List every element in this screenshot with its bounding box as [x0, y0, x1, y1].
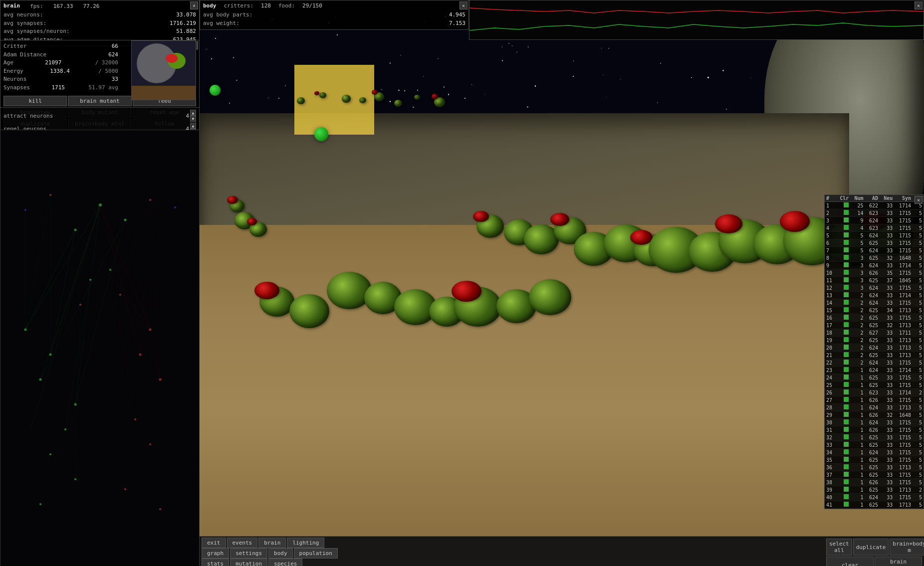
attract-neurons-up[interactable]: ▲ [190, 110, 196, 116]
leaderboard-row[interactable]: 15 2 625 34 1713 5 [825, 307, 924, 314]
critter[interactable] [394, 100, 402, 107]
color-cell [836, 471, 850, 479]
leaderboard-row[interactable]: 13 2 624 33 1714 5 [825, 292, 924, 299]
leaderboard-row[interactable]: 28 1 624 33 1713 5 [825, 404, 924, 411]
leaderboard-row[interactable]: 31 1 626 33 1715 5 [825, 426, 924, 434]
body-button[interactable]: body [268, 548, 293, 559]
leaderboard-row[interactable]: 39 1 625 33 1713 2 [825, 486, 924, 494]
attract-neurons-down[interactable]: ▼ [190, 116, 196, 122]
leaderboard-row[interactable]: 22 2 624 33 1715 5 [825, 359, 924, 367]
leaderboard-row[interactable]: 30 1 624 33 1715 5 [825, 419, 924, 426]
leaderboard-row[interactable]: 8 3 625 32 1648 5 [825, 254, 924, 262]
settings-button[interactable]: settings [230, 548, 267, 559]
leaderboard-row[interactable]: 38 1 626 33 1715 5 [825, 479, 924, 486]
critter[interactable] [342, 95, 351, 103]
star [423, 76, 424, 77]
ad-cell: 625 [865, 434, 880, 441]
leaderboard-row[interactable]: 36 1 625 33 1713 5 [825, 464, 924, 471]
close-graph-panel[interactable]: × [915, 1, 923, 9]
color-cell [836, 202, 850, 209]
attract-neurons-spinner[interactable]: 4 ▲ ▼ [186, 110, 196, 122]
leaderboard-row[interactable]: 35 1 625 33 1715 5 [825, 456, 924, 464]
clear-button[interactable]: clear [826, 557, 874, 566]
close-body-panel[interactable]: × [460, 1, 467, 9]
stats-button[interactable]: stats [202, 559, 229, 566]
leaderboard-row[interactable]: 29 1 626 32 1648 5 [825, 411, 924, 419]
leaderboard-row[interactable]: 3 9 624 33 1715 5 [825, 217, 924, 224]
leaderboard-row[interactable]: 18 2 627 33 1711 5 [825, 329, 924, 337]
num-cell: 1 [850, 434, 865, 441]
brain-button[interactable]: brain [258, 538, 286, 548]
leaderboard-row[interactable]: 6 5 625 33 1715 5 [825, 239, 924, 247]
energy-value: 1338.4 [50, 67, 70, 76]
leaderboard-table: # Clr Num AD Neu Syn Bp 1 25 622 33 1714… [825, 195, 924, 509]
mutation-button[interactable]: mutation [230, 559, 267, 566]
food-value: 29/150 [302, 2, 322, 10]
leaderboard-row[interactable]: 1 25 622 33 1714 5 [825, 202, 924, 209]
leaderboard-row[interactable]: 40 1 624 33 1715 5 [825, 494, 924, 501]
duplicate-all-button[interactable]: duplicate [853, 539, 889, 556]
lighting-button[interactable]: lighting [287, 538, 324, 548]
repel-neurons-up[interactable]: ▲ [190, 123, 196, 129]
leaderboard-row[interactable]: 26 1 623 33 1714 2 [825, 389, 924, 396]
brain-mutants-button[interactable]: brain mutants [875, 557, 922, 566]
critter[interactable] [319, 92, 326, 98]
syn-cell: 1713 [894, 337, 913, 344]
leaderboard-row[interactable]: 9 3 624 33 1714 5 [825, 262, 924, 269]
star [573, 76, 574, 77]
leaderboard-row[interactable]: 14 2 624 33 1715 5 [825, 299, 924, 307]
bp-cell: 5 [913, 277, 924, 284]
leaderboard-row[interactable]: 4 4 623 33 1715 5 [825, 224, 924, 232]
neu-cell: 33 [880, 224, 894, 232]
num-cell: 3 [850, 254, 865, 262]
leaderboard-row[interactable]: 17 2 625 32 1713 5 [825, 322, 924, 329]
leaderboard-row[interactable]: 23 1 624 33 1714 5 [825, 367, 924, 374]
bp-cell: 5 [913, 426, 924, 434]
leaderboard-row[interactable]: 33 1 625 33 1715 5 [825, 441, 924, 449]
leaderboard-row[interactable]: 10 3 626 35 1715 5 [825, 269, 924, 277]
critter[interactable] [359, 97, 366, 103]
3d-viewport[interactable] [200, 0, 924, 566]
leaderboard-row[interactable]: 34 1 624 33 1715 5 [825, 449, 924, 456]
syn-cell: 1715 [894, 426, 913, 434]
leaderboard-row[interactable]: 21 2 625 33 1713 5 [825, 352, 924, 359]
exit-button[interactable]: exit [202, 538, 226, 548]
leaderboard-row[interactable]: 16 2 625 33 1715 5 [825, 314, 924, 322]
critter[interactable] [529, 279, 571, 315]
leaderboard-row[interactable]: 12 3 624 33 1715 5 [825, 284, 924, 292]
brain-visualization-panel [0, 130, 200, 566]
select-all-button[interactable]: select all [826, 539, 852, 556]
critter[interactable] [289, 294, 329, 328]
leaderboard-row[interactable]: 2 14 623 33 1715 5 [825, 209, 924, 217]
ad-cell: 625 [865, 352, 880, 359]
neu-cell: 33 [880, 314, 894, 322]
leaderboard-row[interactable]: 11 3 625 37 1845 5 [825, 277, 924, 284]
species-button[interactable]: species [268, 559, 302, 566]
leaderboard-row[interactable]: 25 1 625 33 1715 5 [825, 381, 924, 389]
close-brain-panel[interactable]: × [190, 1, 198, 9]
population-button[interactable]: population [294, 548, 338, 559]
close-leaderboard[interactable]: × [915, 196, 923, 204]
color-cell [836, 434, 850, 441]
leaderboard-row[interactable]: 19 2 625 33 1713 5 [825, 337, 924, 344]
leaderboard-row[interactable]: 32 1 625 33 1715 5 [825, 434, 924, 441]
leaderboard-row[interactable]: 37 1 625 33 1715 5 [825, 471, 924, 479]
syn-cell: 1648 [894, 254, 913, 262]
leaderboard-row[interactable]: 7 5 624 33 1715 5 [825, 247, 924, 254]
critter[interactable] [297, 97, 305, 104]
critter[interactable] [414, 95, 420, 100]
ad-cell: 624 [865, 449, 880, 456]
ad-cell: 623 [865, 209, 880, 217]
leaderboard-row[interactable]: 41 1 625 33 1713 5 [825, 501, 924, 509]
leaderboard-row[interactable]: 20 2 624 33 1713 5 [825, 344, 924, 352]
leaderboard-row[interactable]: 24 1 625 33 1715 5 [825, 374, 924, 381]
leaderboard-row[interactable]: 27 1 626 33 1715 5 [825, 396, 924, 404]
events-button[interactable]: events [227, 538, 258, 548]
kill-button[interactable]: kill [3, 96, 67, 106]
bp-cell: 5 [913, 367, 924, 374]
brain-body-m-button[interactable]: brain+body m [890, 539, 924, 556]
brain-mutant-button[interactable]: brain mutant [68, 96, 131, 106]
graph-button[interactable]: graph [202, 548, 229, 559]
leaderboard-row[interactable]: 5 5 624 33 1715 5 [825, 232, 924, 239]
critter-head [432, 94, 438, 99]
